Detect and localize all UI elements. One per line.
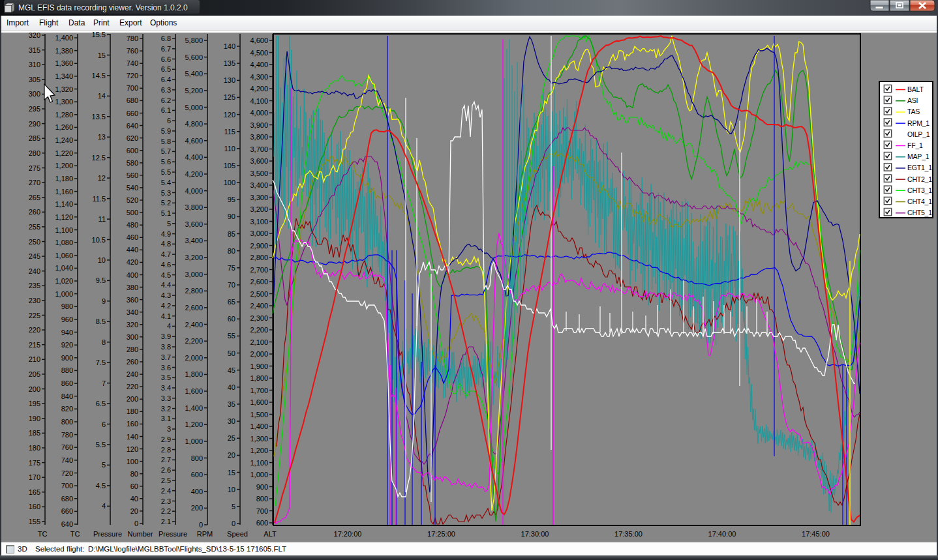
svg-text:4,200: 4,200 — [185, 170, 203, 178]
svg-text:700: 700 — [256, 507, 268, 515]
svg-text:2.4: 2.4 — [161, 487, 171, 495]
svg-text:2,300: 2,300 — [250, 314, 268, 322]
svg-text:90: 90 — [228, 213, 235, 220]
svg-text:OILP_1: OILP_1 — [907, 130, 930, 138]
svg-text:5,400: 5,400 — [185, 70, 203, 78]
svg-text:1,160: 1,160 — [55, 188, 73, 196]
svg-text:4,600: 4,600 — [250, 37, 268, 44]
svg-text:400: 400 — [191, 488, 203, 495]
svg-text:160: 160 — [127, 420, 138, 428]
svg-text:5.5: 5.5 — [161, 168, 171, 176]
svg-text:3,800: 3,800 — [250, 133, 268, 141]
svg-text:6: 6 — [102, 420, 106, 428]
svg-text:380: 380 — [127, 284, 138, 291]
svg-text:800: 800 — [61, 418, 73, 426]
svg-text:1,400: 1,400 — [250, 422, 268, 430]
svg-text:RPM_1: RPM_1 — [907, 119, 930, 127]
svg-text:CHT3_1: CHT3_1 — [907, 186, 932, 194]
svg-text:720: 720 — [61, 469, 73, 477]
svg-text:5.8: 5.8 — [161, 138, 171, 145]
svg-text:9.5: 9.5 — [96, 276, 106, 284]
svg-text:680: 680 — [61, 495, 73, 503]
svg-text:17:45:00: 17:45:00 — [802, 530, 830, 538]
svg-text:12: 12 — [98, 174, 106, 182]
svg-text:1,340: 1,340 — [55, 72, 73, 80]
svg-text:5.4: 5.4 — [161, 179, 171, 186]
svg-text:230: 230 — [29, 297, 40, 304]
svg-text:115: 115 — [224, 128, 235, 136]
svg-text:17:40:00: 17:40:00 — [708, 530, 736, 538]
svg-text:1,020: 1,020 — [55, 277, 73, 285]
svg-text:13: 13 — [98, 133, 106, 141]
svg-text:3,600: 3,600 — [185, 220, 203, 228]
svg-text:125: 125 — [224, 93, 235, 101]
svg-text:1,080: 1,080 — [55, 239, 73, 246]
svg-text:295: 295 — [29, 105, 40, 113]
svg-text:120: 120 — [224, 111, 235, 119]
svg-text:440: 440 — [127, 246, 138, 254]
svg-text:1,320: 1,320 — [55, 85, 73, 93]
svg-text:40: 40 — [130, 495, 138, 503]
svg-text:1,400: 1,400 — [55, 34, 73, 42]
svg-text:20: 20 — [130, 507, 138, 515]
svg-text:CHT5_1: CHT5_1 — [907, 209, 932, 216]
svg-text:4,500: 4,500 — [250, 49, 268, 57]
svg-text:320: 320 — [29, 31, 40, 39]
svg-text:TAS: TAS — [907, 108, 920, 115]
svg-text:740: 740 — [127, 59, 138, 67]
svg-text:200: 200 — [191, 504, 203, 512]
svg-text:210: 210 — [29, 355, 40, 363]
svg-text:1,280: 1,280 — [55, 111, 73, 119]
svg-text:3,800: 3,800 — [185, 203, 203, 211]
svg-text:2.3: 2.3 — [161, 497, 171, 505]
svg-text:3,200: 3,200 — [185, 254, 203, 261]
svg-text:4.7: 4.7 — [161, 250, 171, 258]
svg-text:280: 280 — [29, 149, 40, 157]
svg-text:780: 780 — [127, 35, 138, 42]
svg-text:4.5: 4.5 — [96, 482, 106, 490]
svg-text:1,140: 1,140 — [55, 200, 73, 208]
svg-text:360: 360 — [127, 296, 138, 304]
svg-text:1,500: 1,500 — [250, 411, 268, 419]
svg-text:1,120: 1,120 — [55, 213, 73, 221]
svg-text:3,400: 3,400 — [185, 237, 203, 244]
svg-text:4,000: 4,000 — [185, 187, 203, 195]
svg-text:4.1: 4.1 — [161, 312, 171, 320]
svg-text:5,200: 5,200 — [185, 87, 203, 95]
svg-text:195: 195 — [29, 400, 40, 407]
svg-text:580: 580 — [127, 159, 138, 167]
svg-text:80: 80 — [130, 470, 138, 478]
svg-text:10: 10 — [98, 256, 106, 264]
svg-text:680: 680 — [127, 96, 138, 104]
svg-text:2,100: 2,100 — [250, 338, 268, 346]
svg-text:3.6: 3.6 — [161, 364, 171, 372]
svg-text:160: 160 — [29, 503, 40, 510]
svg-text:6.7: 6.7 — [161, 45, 171, 53]
svg-text:215: 215 — [29, 341, 40, 349]
svg-text:4.6: 4.6 — [161, 261, 171, 269]
svg-text:11: 11 — [98, 215, 106, 223]
svg-text:60: 60 — [130, 482, 138, 490]
svg-text:900: 900 — [256, 483, 268, 491]
svg-text:4,300: 4,300 — [250, 73, 268, 81]
svg-text:3,900: 3,900 — [250, 121, 268, 129]
svg-text:3,200: 3,200 — [250, 205, 268, 213]
svg-text:3.7: 3.7 — [161, 353, 171, 361]
svg-text:2,000: 2,000 — [250, 350, 268, 358]
svg-text:600: 600 — [127, 147, 138, 155]
svg-text:TC: TC — [38, 530, 48, 538]
svg-text:6.8: 6.8 — [161, 35, 171, 42]
svg-text:1,400: 1,400 — [185, 404, 203, 412]
svg-text:300: 300 — [29, 90, 40, 98]
svg-text:6.6: 6.6 — [161, 55, 171, 63]
svg-text:2,900: 2,900 — [250, 242, 268, 250]
svg-text:Speed: Speed — [227, 530, 248, 538]
svg-text:1,240: 1,240 — [55, 136, 73, 144]
svg-text:940: 940 — [61, 329, 73, 336]
svg-text:3.5: 3.5 — [161, 374, 171, 381]
svg-text:3,600: 3,600 — [250, 157, 268, 165]
svg-text:240: 240 — [29, 267, 40, 275]
svg-text:200: 200 — [29, 385, 40, 393]
svg-text:900: 900 — [61, 354, 73, 362]
svg-text:155: 155 — [29, 518, 40, 525]
